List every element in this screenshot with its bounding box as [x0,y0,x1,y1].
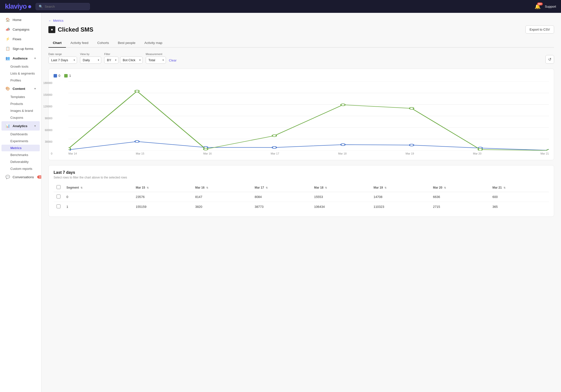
x-label-mar17: Mar 17 [271,152,279,155]
th-mar15[interactable]: Mar 15 ⇅ [133,183,192,192]
sort-mar17-icon: ⇅ [266,186,268,189]
view-by-select[interactable]: Daily Weekly Monthly [80,57,101,64]
th-mar20[interactable]: Mar 20 ⇅ [430,183,489,192]
search-input[interactable] [45,5,87,8]
table-row: 0 23576 8147 8084 15553 14708 6636 600 [54,192,549,202]
content-icon: 🎨 [5,86,10,91]
filter-by-select-wrapper: BY [104,57,119,64]
date-range-label: Date range [48,53,77,56]
sort-mar19-icon: ⇅ [384,186,386,189]
export-csv-button[interactable]: Export to CSV [525,25,554,34]
logo[interactable]: klaviyo● [5,3,32,10]
notifications-button[interactable]: 🔔 99+ [535,3,541,9]
x-axis-labels: Mar 14 Mar 15 Mar 16 Mar 17 Mar 18 Mar 1… [68,152,549,155]
sidebar-item-templates[interactable]: Templates [1,94,40,100]
logo-dot: ● [28,3,32,10]
x-label-mar20: Mar 20 [473,152,481,155]
th-mar21[interactable]: Mar 21 ⇅ [489,183,549,192]
measurement-select-wrapper: Total Unique [146,57,166,64]
y-label-0: 0 [41,152,52,155]
measurement-label: Measurement [146,53,166,56]
legend-item-0: 0 [54,74,60,78]
sidebar-item-metrics[interactable]: Metrics [1,145,40,151]
tabs: Chart Activity feed Cohorts Best people … [48,39,554,48]
y-label-90000: 90000 [41,117,52,120]
sidebar-item-deliverability[interactable]: Deliverability [1,158,40,165]
flows-icon: ⚡ [5,37,10,41]
support-link[interactable]: Support [545,5,556,8]
sidebar-item-profiles[interactable]: Profiles [1,77,40,84]
sidebar-item-dashboards[interactable]: Dashboards [1,131,40,137]
x-label-mar15: Mar 15 [136,152,144,155]
main-content: ← Metrics ■ Clicked SMS Export to CSV Ch… [41,13,561,392]
table-row: 1 155159 3820 38773 106434 110323 2715 3… [54,202,549,212]
search-bar[interactable]: 🔍 [36,3,90,10]
tab-activity-map[interactable]: Activity map [140,39,167,48]
sidebar-item-flows[interactable]: ⚡ Flows [1,34,40,44]
legend-label-1: 1 [69,74,71,78]
th-mar17[interactable]: Mar 17 ⇅ [252,183,311,192]
sidebar-item-label: Home [13,18,21,22]
view-by-label: View by [80,53,101,56]
chart-card: 0 1 180000 150000 120000 90000 60000 300… [48,69,554,160]
sidebar-item-experiments[interactable]: Experiments [1,138,40,144]
x-label-mar16: Mar 16 [203,152,212,155]
row-1-checkbox-cell [54,202,63,212]
view-by-select-wrapper: Daily Weekly Monthly [80,57,101,64]
tab-chart[interactable]: Chart [48,39,66,48]
table-header-row: Segment ⇅ Mar 15 ⇅ Mar 16 ⇅ Mar 17 ⇅ Mar… [54,183,549,192]
filter-value-select-wrapper: Bot Click [120,57,143,64]
row-0-mar17: 8084 [252,192,311,202]
row-1-checkbox[interactable] [57,204,60,208]
sidebar-item-coupons[interactable]: Coupons [1,114,40,121]
content-chevron: ▾ [34,87,36,90]
back-link[interactable]: ← Metrics [48,19,554,22]
sidebar-item-analytics[interactable]: 📊 Analytics ▾ [1,121,40,131]
th-mar18[interactable]: Mar 18 ⇅ [311,183,371,192]
row-1-mar17: 38773 [252,202,311,212]
row-0-checkbox[interactable] [57,195,60,198]
sidebar-item-conversations[interactable]: 💬 Conversations 99+ [1,172,40,182]
sort-mar16-icon: ⇅ [206,186,208,189]
tab-best-people[interactable]: Best people [113,39,140,48]
y-label-60000: 60000 [41,129,52,132]
sidebar-item-home[interactable]: 🏠 Home [1,15,40,24]
y-label-180000: 180000 [41,81,52,84]
table-card: Last 7 days Select rows to filter the ch… [48,165,554,217]
date-range-select-wrapper: Last 7 Days Last 14 Days Last 30 Days [48,57,77,64]
measurement-select[interactable]: Total Unique [146,57,166,64]
refresh-button[interactable]: ↺ [545,55,554,64]
th-mar16[interactable]: Mar 16 ⇅ [192,183,252,192]
filter-by-select[interactable]: BY [104,57,119,64]
th-segment[interactable]: Segment ⇅ [63,183,133,192]
date-range-select[interactable]: Last 7 Days Last 14 Days Last 30 Days [48,57,77,64]
sidebar: 🏠 Home 📣 Campaigns ⚡ Flows 📋 Sign-up for… [0,13,41,392]
sidebar-item-content[interactable]: 🎨 Content ▾ [1,84,40,93]
sidebar-item-lists-segments[interactable]: Lists & segments [1,70,40,77]
sidebar-item-products[interactable]: Products [1,100,40,107]
clear-filter-link[interactable]: Clear [169,59,177,64]
row-0-mar21: 600 [489,192,549,202]
row-0-mar20: 6636 [430,192,489,202]
sidebar-item-audience[interactable]: 👥 Audience ▾ [1,54,40,63]
audience-chevron: ▾ [34,57,36,60]
view-by-group: View by Daily Weekly Monthly [80,53,101,64]
select-all-checkbox[interactable] [57,185,60,189]
sidebar-item-campaigns[interactable]: 📣 Campaigns [1,25,40,34]
tab-cohorts[interactable]: Cohorts [93,39,113,48]
sidebar-item-images-brand[interactable]: Images & brand [1,107,40,114]
row-1-mar15: 155159 [133,202,192,212]
sidebar-item-benchmarks[interactable]: Benchmarks [1,152,40,158]
sidebar-item-label: Analytics [13,124,27,128]
tab-activity-feed[interactable]: Activity feed [66,39,93,48]
signup-forms-icon: 📋 [5,46,10,51]
th-checkbox [54,183,63,192]
th-mar19[interactable]: Mar 19 ⇅ [371,183,430,192]
sidebar-item-signup-forms[interactable]: 📋 Sign-up forms [1,44,40,53]
series-0-dot-1 [135,140,139,142]
sidebar-item-growth-tools[interactable]: Growth tools [1,63,40,70]
sidebar-item-custom-reports[interactable]: Custom reports [1,165,40,172]
conversations-badge: 99+ [37,176,41,178]
sidebar-item-label: Flows [13,37,21,41]
filter-value-select[interactable]: Bot Click [120,57,143,64]
